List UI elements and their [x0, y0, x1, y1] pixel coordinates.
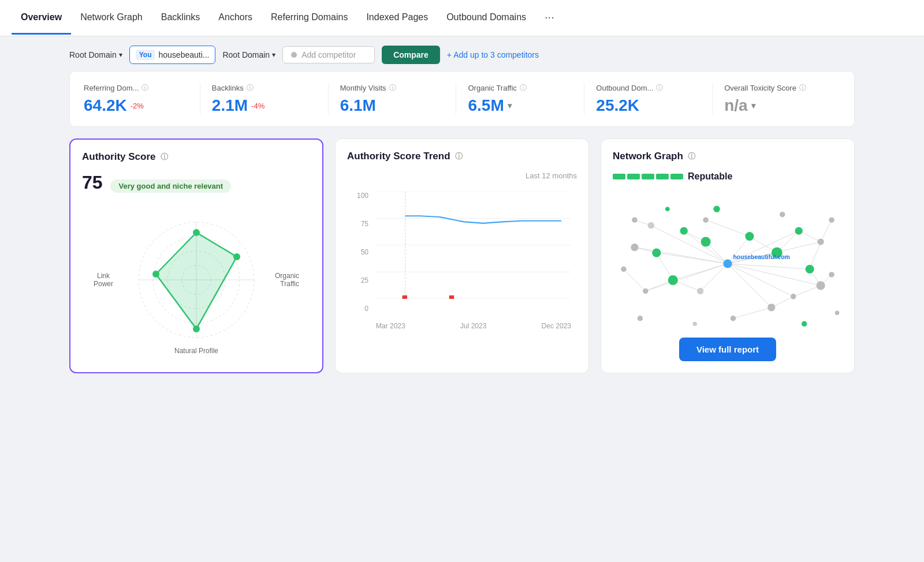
radar-label-natural-profile: Natural Profile — [174, 347, 218, 355]
svg-point-77 — [692, 321, 697, 326]
svg-point-55 — [829, 217, 834, 222]
svg-line-27 — [728, 264, 793, 297]
info-icon-authority[interactable]: ⓘ — [161, 152, 168, 162]
domain-label: housebeautiful.com — [733, 254, 789, 260]
nav-item-more[interactable]: ··· — [535, 0, 564, 36]
info-icon-3[interactable]: ⓘ — [389, 83, 396, 93]
svg-point-61 — [631, 243, 638, 251]
legend-label: Reputable — [688, 171, 732, 182]
nav-item-overview[interactable]: Overview — [12, 2, 71, 35]
domain-input-wrap[interactable]: You housebeauti... — [129, 46, 216, 64]
metrics-strip: Referring Dom... ⓘ 64.2K -2% Backlinks ⓘ… — [69, 71, 855, 127]
svg-rect-19 — [449, 295, 454, 299]
add-competitors-link[interactable]: + Add up to 3 competitors — [447, 50, 539, 59]
info-icon-5[interactable]: ⓘ — [656, 83, 663, 93]
metric-monthly-visits: Monthly Visits ⓘ 6.1M — [329, 83, 457, 115]
trend-title: Authority Score Trend — [347, 151, 450, 162]
svg-line-49 — [821, 220, 832, 242]
info-icon-network[interactable]: ⓘ — [688, 151, 695, 162]
svg-point-73 — [806, 265, 814, 273]
chevron-down-icon-organic: ▾ — [508, 101, 512, 110]
metric-label-referring: Referring Dom... — [84, 84, 139, 92]
network-edges — [624, 220, 832, 319]
svg-point-72 — [795, 227, 803, 235]
metric-label-backlinks: Backlinks — [212, 84, 244, 92]
competitor-input[interactable]: Add competitor — [282, 46, 375, 63]
info-icon-4[interactable]: ⓘ — [520, 83, 527, 93]
trend-svg — [376, 192, 571, 299]
nav-item-referring-domains[interactable]: Referring Domains — [262, 2, 357, 35]
metric-change-backlinks: -4% — [251, 102, 264, 110]
radar-chart: LinkPower OrganicTraffic Natural Profile — [82, 199, 311, 361]
svg-point-59 — [632, 217, 637, 222]
legend-seg-3 — [642, 174, 654, 179]
svg-point-58 — [621, 267, 626, 272]
legend-seg-5 — [670, 174, 683, 179]
root-domain-dropdown-2[interactable]: Root Domain ▾ — [222, 50, 275, 59]
nav-item-network-graph[interactable]: Network Graph — [71, 2, 152, 35]
info-icon-6[interactable]: ⓘ — [799, 83, 806, 93]
chevron-down-icon: ▾ — [119, 51, 122, 59]
nav-bar: Overview Network Graph Backlinks Anchors… — [0, 0, 924, 36]
metric-toxicity-score: Overall Toxicity Score ⓘ n/a ▾ — [713, 83, 840, 115]
svg-point-70 — [745, 232, 754, 241]
competitor-placeholder: Add competitor — [301, 50, 356, 59]
svg-point-56 — [829, 272, 834, 277]
view-full-report-button[interactable]: View full report — [679, 338, 776, 361]
metric-label-toxicity: Overall Toxicity Score — [724, 84, 796, 92]
svg-point-82 — [665, 207, 670, 211]
authority-score-card: Authority Score ⓘ 75 Very good and niche… — [69, 138, 323, 373]
metric-value-organic: 6.5M — [468, 96, 504, 115]
legend-seg-2 — [627, 174, 640, 179]
svg-point-54 — [703, 217, 708, 222]
metric-referring-domains: Referring Dom... ⓘ 64.2K -2% — [84, 83, 200, 115]
metric-value-monthly: 6.1M — [340, 96, 376, 115]
svg-line-32 — [684, 231, 728, 264]
radar-label-organic-traffic: OrganicTraffic — [275, 272, 299, 288]
svg-point-68 — [680, 227, 688, 235]
chart-x-axis: Mar 2023 Jul 2023 Dec 2023 — [376, 322, 571, 330]
network-legend: Reputable — [613, 171, 843, 182]
svg-point-9 — [152, 271, 159, 278]
svg-point-8 — [193, 229, 200, 236]
info-icon-1[interactable]: ⓘ — [141, 83, 148, 93]
nav-item-anchors[interactable]: Anchors — [209, 2, 262, 35]
svg-point-66 — [817, 281, 825, 290]
radar-svg — [133, 216, 260, 343]
nav-item-backlinks[interactable]: Backlinks — [152, 2, 210, 35]
metric-backlinks: Backlinks ⓘ 2.1M -4% — [200, 83, 329, 115]
nav-item-outbound-domains[interactable]: Outbound Domains — [437, 2, 535, 35]
metric-label-outbound: Outbound Dom... — [596, 84, 653, 92]
svg-point-78 — [802, 321, 807, 327]
svg-rect-18 — [403, 295, 407, 299]
metric-organic-traffic: Organic Traffic ⓘ 6.5M ▾ — [456, 83, 584, 115]
nav-item-indexed-pages[interactable]: Indexed Pages — [357, 2, 437, 35]
svg-point-79 — [835, 310, 840, 315]
legend-seg-1 — [613, 174, 625, 179]
chart-area: 100 75 50 25 0 — [347, 186, 577, 336]
svg-line-40 — [810, 242, 821, 269]
svg-point-60 — [648, 222, 654, 228]
root-domain-dropdown-1[interactable]: Root Domain ▾ — [69, 50, 122, 59]
svg-line-42 — [793, 286, 821, 297]
legend-bar — [613, 174, 683, 179]
svg-point-67 — [817, 238, 824, 245]
svg-point-62 — [643, 289, 648, 294]
you-badge: You — [136, 50, 155, 60]
info-icon-trend[interactable]: ⓘ — [455, 151, 463, 162]
metric-outbound-domains: Outbound Dom... ⓘ 25.2K — [584, 83, 713, 115]
trend-subtitle: Last 12 months — [347, 171, 577, 180]
metric-change-referring: -2% — [131, 102, 144, 110]
info-icon-2[interactable]: ⓘ — [247, 83, 254, 93]
svg-point-69 — [701, 237, 711, 247]
chevron-down-icon-2: ▾ — [272, 51, 275, 59]
network-title: Network Graph — [613, 151, 683, 162]
svg-point-10 — [193, 325, 200, 332]
compare-button[interactable]: Compare — [382, 46, 440, 64]
svg-point-11 — [233, 253, 240, 260]
svg-point-74 — [652, 248, 661, 257]
svg-line-35 — [646, 264, 728, 291]
authority-score-badge: Very good and niche relevant — [110, 179, 231, 193]
network-svg: housebeautiful.com — [613, 189, 843, 339]
svg-point-57 — [731, 316, 736, 321]
